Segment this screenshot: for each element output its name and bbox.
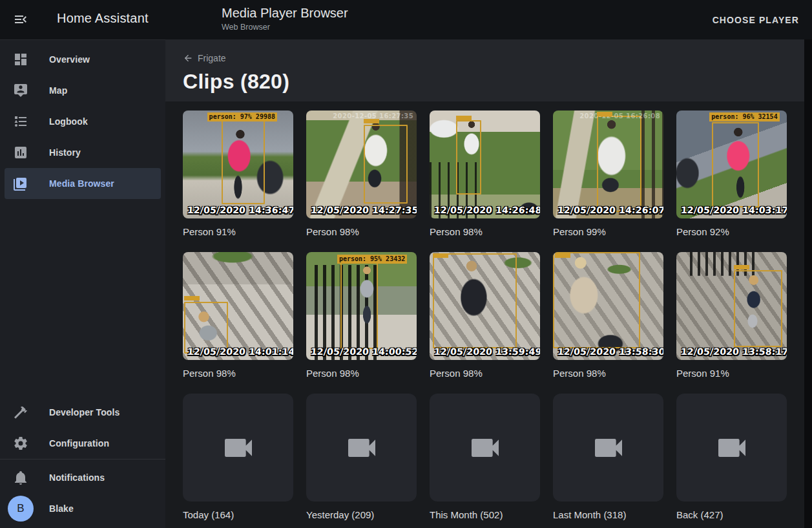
- sidebar-item-label: Logbook: [49, 116, 88, 127]
- clip-caption: Person 91%: [676, 368, 787, 379]
- detection-label-small: [184, 296, 200, 301]
- user-name: Blake: [49, 503, 74, 514]
- cog-icon: [13, 436, 28, 451]
- sidebar-item-label: History: [49, 147, 81, 158]
- folder-card[interactable]: Back (427): [676, 394, 787, 520]
- folder-caption: This Month (502): [430, 509, 540, 520]
- detection-bounding-box: [222, 119, 265, 204]
- clip-timestamp-overlay: 12/05/2020 14:36:47: [187, 205, 293, 215]
- detection-bounding-box: [184, 302, 228, 354]
- clip-caption: Person 98%: [306, 226, 417, 237]
- sidebar-item-developer-tools[interactable]: Developer Tools: [5, 397, 161, 428]
- clip-thumbnail: 12/05/2020 13:58:30: [553, 252, 663, 360]
- detection-bounding-box: [364, 125, 408, 204]
- clip-card[interactable]: 12/05/2020 13:58:30Person 98%: [553, 252, 663, 379]
- clip-card[interactable]: 12/05/2020 13:59:49Person 98%: [430, 252, 540, 379]
- video-icon: [344, 430, 380, 466]
- camera-osd-timestamp: 2020-12-05 16:27:35: [333, 112, 413, 120]
- video-icon: [590, 430, 627, 466]
- chart-box-icon: [13, 145, 28, 160]
- folder-card[interactable]: Last Month (318): [553, 394, 663, 520]
- clip-card[interactable]: 2020-12-05 16:27:3512/05/2020 14:27:35Pe…: [306, 111, 417, 237]
- clip-timestamp-overlay: 12/05/2020 14:26:07: [557, 205, 663, 215]
- sidebar-item-profile[interactable]: B Blake: [5, 493, 161, 524]
- detection-label-small: [433, 253, 448, 258]
- folder-thumbnail: [676, 394, 787, 502]
- detection-label: person: 95% 23432: [337, 255, 407, 264]
- view-dashboard-icon: [13, 52, 28, 67]
- clip-card[interactable]: 12/05/2020 13:58:17Person 91%: [676, 252, 787, 379]
- clip-card[interactable]: 12/05/2020 14:01:14Person 98%: [183, 252, 293, 379]
- app-title: Home Assistant: [57, 11, 149, 26]
- choose-player-button[interactable]: CHOOSE PLAYER: [713, 0, 799, 39]
- app-header: Home Assistant Media Player Browser Web …: [0, 0, 812, 39]
- clip-card[interactable]: 2020-12-05 16:26:0812/05/2020 14:26:07Pe…: [553, 111, 663, 237]
- detection-bounding-box: [712, 122, 760, 207]
- clip-card[interactable]: 12/05/2020 14:26:48Person 98%: [430, 111, 540, 237]
- detection-bounding-box: [433, 253, 517, 348]
- tooltip-account-icon: [13, 83, 28, 98]
- folder-card[interactable]: Today (164): [183, 394, 293, 520]
- sidebar-item-notifications[interactable]: Notifications: [5, 462, 161, 493]
- sidebar-item-configuration[interactable]: Configuration: [5, 428, 161, 459]
- sidebar-item-label: Media Browser: [49, 178, 114, 189]
- video-icon: [467, 430, 503, 466]
- sidebar-item-history[interactable]: History: [5, 137, 161, 168]
- clip-thumbnail: person: 97% 2998812/05/2020 14:36:47: [183, 111, 293, 218]
- clip-timestamp-overlay: 12/05/2020 14:00:52: [310, 346, 417, 357]
- breadcrumb-label: Frigate: [198, 53, 226, 63]
- sidebar-item-overview[interactable]: Overview: [5, 44, 161, 75]
- clip-caption: Person 98%: [430, 368, 540, 379]
- folder-card[interactable]: This Month (502): [430, 394, 540, 520]
- detection-bounding-box: [340, 262, 378, 349]
- view-dashboard-icon: [13, 52, 28, 67]
- detection-bounding-box: [597, 116, 641, 212]
- clip-caption: Person 92%: [676, 226, 787, 237]
- clip-thumbnail: 12/05/2020 14:26:48: [430, 111, 540, 218]
- folder-card[interactable]: Yesterday (209): [306, 394, 417, 520]
- clip-caption: Person 99%: [553, 226, 663, 237]
- clip-timestamp-overlay: 12/05/2020 13:58:17: [680, 346, 787, 357]
- clip-thumbnail: 12/05/2020 14:01:14: [183, 252, 293, 360]
- detection-bounding-box: [553, 252, 640, 348]
- folder-thumbnail: [183, 394, 293, 502]
- clip-caption: Person 98%: [306, 368, 417, 379]
- clip-thumbnail: 2020-12-05 16:26:0812/05/2020 14:26:07: [553, 111, 663, 218]
- format-list-bulleted-icon: [13, 114, 28, 129]
- clip-thumbnail: 12/05/2020 13:59:49: [430, 252, 540, 360]
- detection-label-small: [364, 119, 379, 123]
- menu-open-icon: [13, 12, 28, 27]
- breadcrumb[interactable]: Frigate: [183, 53, 226, 63]
- sidebar-item-logbook[interactable]: Logbook: [5, 106, 161, 137]
- sidebar-item-label: Developer Tools: [49, 407, 120, 417]
- clip-card[interactable]: person: 97% 2998812/05/2020 14:36:47Pers…: [183, 111, 293, 237]
- chart-box-icon: [13, 145, 28, 160]
- play-box-multiple-icon: [13, 176, 28, 191]
- arrow-left-icon: [183, 53, 193, 63]
- clip-card[interactable]: person: 96% 3215412/05/2020 14:03:17Pers…: [676, 111, 787, 237]
- folder-caption: Last Month (318): [553, 509, 663, 520]
- clip-card[interactable]: person: 95% 2343212/05/2020 14:00:52Pers…: [306, 252, 417, 379]
- media-grid: person: 97% 2998812/05/2020 14:36:47Pers…: [165, 101, 812, 520]
- menu-toggle-button[interactable]: [12, 11, 30, 29]
- detection-label: person: 96% 32154: [709, 112, 779, 121]
- clip-caption: Person 98%: [430, 226, 540, 237]
- clip-timestamp-overlay: 12/05/2020 14:03:17: [680, 205, 787, 215]
- tooltip-account-icon: [13, 83, 28, 98]
- sidebar-item-media-browser[interactable]: Media Browser: [5, 168, 161, 199]
- avatar: B: [8, 496, 34, 522]
- format-list-bulleted-icon: [13, 114, 28, 129]
- detection-bounding-box: [734, 270, 782, 347]
- clip-thumbnail: person: 96% 3215412/05/2020 14:03:17: [676, 111, 787, 218]
- detection-label: person: 97% 29988: [207, 112, 277, 121]
- bell-icon: [13, 470, 28, 485]
- cog-icon: [13, 436, 28, 451]
- camera-osd-timestamp: 2020-12-05 16:26:08: [579, 112, 660, 120]
- clip-thumbnail: person: 95% 2343212/05/2020 14:00:52: [306, 252, 417, 360]
- sidebar-item-map[interactable]: Map: [5, 75, 161, 106]
- scrollbar-track[interactable]: [804, 39, 812, 528]
- sidebar-spacer: [0, 199, 165, 393]
- hammer-icon: [13, 405, 28, 420]
- sidebar: OverviewMapLogbookHistoryMedia Browser D…: [0, 39, 165, 528]
- hammer-icon: [13, 405, 28, 420]
